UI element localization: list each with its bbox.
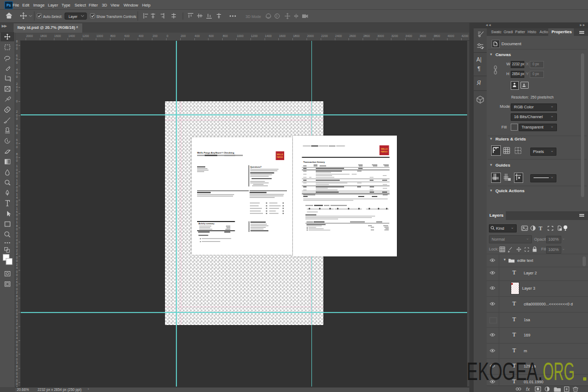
svg-text:WELLS: WELLS	[277, 154, 283, 156]
svg-text:T: T	[539, 225, 543, 231]
svg-text:fx: fx	[526, 387, 530, 392]
svg-text:Activity summary: Activity summary	[199, 223, 215, 225]
svg-text:WELLS: WELLS	[381, 148, 388, 150]
svg-text:Transaction history: Transaction history	[303, 161, 325, 163]
svg-text:Wells Fargo AnyStore® Checking: Wells Fargo AnyStore® Checking	[197, 151, 234, 154]
svg-text:FARGO: FARGO	[277, 156, 284, 158]
svg-text:Questions?: Questions?	[250, 166, 262, 168]
svg-text:FARGO: FARGO	[381, 151, 388, 153]
